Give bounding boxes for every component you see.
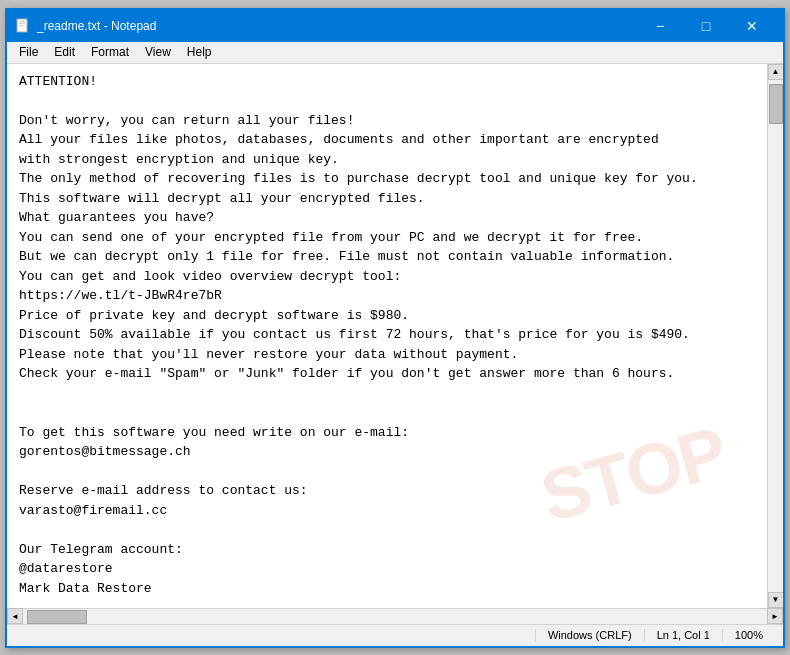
title-bar: _readme.txt - Notepad − □ ✕ (7, 10, 783, 42)
window-title: _readme.txt - Notepad (37, 19, 637, 33)
close-button[interactable]: ✕ (729, 10, 775, 42)
scroll-left-arrow[interactable]: ◄ (7, 608, 23, 624)
notepad-icon (15, 18, 31, 34)
svg-rect-2 (19, 23, 25, 24)
text-editor[interactable]: ATTENTION! Don't worry, you can return a… (7, 64, 767, 608)
scrollbar-vertical[interactable]: ▲ ▼ (767, 64, 783, 608)
minimize-button[interactable]: − (637, 10, 683, 42)
menu-file[interactable]: File (11, 43, 46, 61)
scroll-down-arrow[interactable]: ▼ (768, 592, 784, 608)
menu-format[interactable]: Format (83, 43, 137, 61)
svg-rect-3 (19, 25, 23, 26)
scroll-thumb-y[interactable] (769, 84, 783, 124)
editor-area: ATTENTION! Don't worry, you can return a… (7, 64, 783, 608)
menu-view[interactable]: View (137, 43, 179, 61)
scroll-thumb-x[interactable] (27, 610, 87, 624)
scroll-track-y[interactable] (768, 80, 783, 592)
status-bar: Windows (CRLF) Ln 1, Col 1 100% (7, 624, 783, 646)
menu-edit[interactable]: Edit (46, 43, 83, 61)
zoom-status: 100% (722, 629, 775, 641)
scroll-track-x[interactable] (23, 609, 767, 624)
encoding-status: Windows (CRLF) (535, 629, 644, 641)
scroll-up-arrow[interactable]: ▲ (768, 64, 784, 80)
menu-bar: File Edit Format View Help (7, 42, 783, 64)
svg-rect-1 (19, 21, 25, 22)
menu-help[interactable]: Help (179, 43, 220, 61)
notepad-window: _readme.txt - Notepad − □ ✕ File Edit Fo… (5, 8, 785, 648)
scrollbar-horizontal[interactable]: ◄ ► (7, 608, 783, 624)
window-controls: − □ ✕ (637, 10, 775, 42)
position-status: Ln 1, Col 1 (644, 629, 722, 641)
maximize-button[interactable]: □ (683, 10, 729, 42)
scroll-right-arrow[interactable]: ► (767, 608, 783, 624)
watermark: STOP (529, 397, 737, 550)
